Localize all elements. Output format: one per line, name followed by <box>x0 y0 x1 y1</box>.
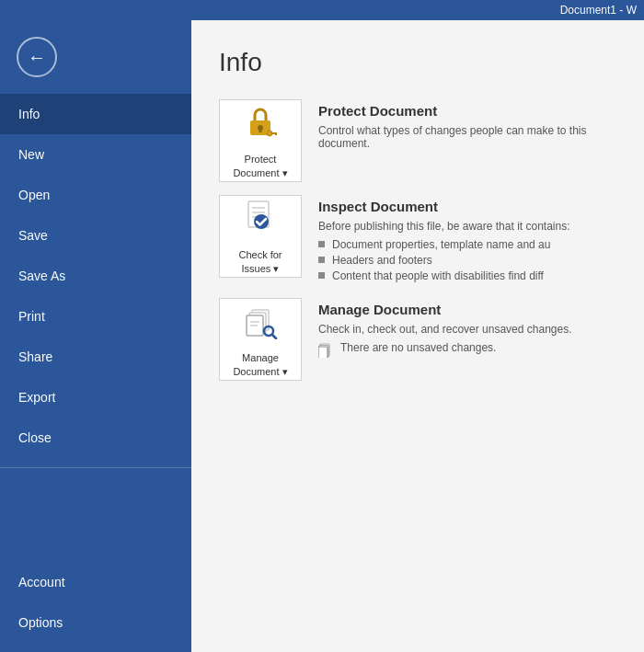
svg-rect-2 <box>259 129 262 132</box>
svg-line-17 <box>272 335 276 338</box>
protect-document-title: Protect Document <box>318 103 616 119</box>
sidebar-item-info[interactable]: Info <box>0 94 191 134</box>
bullet-icon <box>318 272 325 279</box>
manage-document-button[interactable]: ManageDocument ▾ <box>219 298 302 381</box>
lock-icon <box>241 102 280 149</box>
inspect-document-title: Inspect Document <box>318 199 570 214</box>
sidebar-item-print[interactable]: Print <box>0 296 191 337</box>
svg-rect-5 <box>275 132 277 135</box>
title-bar: Document1 - W <box>0 0 644 20</box>
bullet-item: Headers and footers <box>318 254 570 267</box>
bullet-item: Content that people with disabilities fi… <box>318 269 570 282</box>
sidebar-item-save-as[interactable]: Save As <box>0 256 191 296</box>
sidebar-item-save[interactable]: Save <box>0 215 191 256</box>
manage-document-note: There are no unsaved changes. <box>318 341 572 358</box>
manage-document-desc: Check in, check out, and recover unsaved… <box>318 323 572 336</box>
nav-items-bottom: Account Options <box>0 562 191 643</box>
nav-divider <box>0 467 191 468</box>
sidebar-item-share[interactable]: Share <box>0 337 191 377</box>
svg-rect-20 <box>318 347 328 358</box>
protect-document-card: ProtectDocument ▾ Protect Document Contr… <box>219 99 616 182</box>
check-for-issues-button[interactable]: Check forIssues ▾ <box>219 195 302 278</box>
inspect-document-text: Inspect Document Before publishing this … <box>302 195 570 285</box>
sidebar-item-close[interactable]: Close <box>0 418 191 458</box>
manage-document-card: ManageDocument ▾ Manage Document Check i… <box>219 298 616 381</box>
bullet-text: Document properties, template name and a… <box>332 238 550 251</box>
protect-document-desc: Control what types of changes people can… <box>318 124 616 150</box>
title-bar-text: Document1 - W <box>560 4 637 17</box>
bullet-text: Headers and footers <box>332 254 432 267</box>
manage-document-text: Manage Document Check in, check out, and… <box>302 298 572 381</box>
page-title: Info <box>219 48 616 77</box>
sidebar-item-account[interactable]: Account <box>0 562 191 602</box>
inspect-document-bullets: Document properties, template name and a… <box>318 238 570 282</box>
inspect-document-desc: Before publishing this file, be aware th… <box>318 220 570 233</box>
manage-document-label: ManageDocument ▾ <box>233 351 287 378</box>
protect-document-label: ProtectDocument ▾ <box>233 153 287 179</box>
protect-document-text: Protect Document Control what types of c… <box>302 99 616 182</box>
inspect-icon <box>241 198 280 245</box>
manage-note-text: There are no unsaved changes. <box>340 341 496 354</box>
app-container: ← Info New Open Save Save As Print Share… <box>0 20 644 652</box>
sidebar-item-options[interactable]: Options <box>0 602 191 643</box>
bullet-icon <box>318 257 325 263</box>
manage-document-title: Manage Document <box>318 302 572 317</box>
check-for-issues-label: Check forIssues ▾ <box>238 248 282 275</box>
sidebar: ← Info New Open Save Save As Print Share… <box>0 20 191 652</box>
back-button[interactable]: ← <box>17 37 57 77</box>
sidebar-item-new[interactable]: New <box>0 134 191 175</box>
protect-document-button[interactable]: ProtectDocument ▾ <box>219 99 302 182</box>
sidebar-item-open[interactable]: Open <box>0 175 191 215</box>
bullet-item: Document properties, template name and a… <box>318 238 570 251</box>
inspect-document-card: Check forIssues ▾ Inspect Document Befor… <box>219 195 616 285</box>
bullet-text: Content that people with disabilities fi… <box>332 269 544 282</box>
no-changes-icon <box>318 341 335 358</box>
main-content: Info <box>191 20 644 652</box>
manage-icon <box>241 301 280 348</box>
sidebar-item-export[interactable]: Export <box>0 377 191 418</box>
nav-items-top: Info New Open Save Save As Print Share E… <box>0 94 191 458</box>
bullet-icon <box>318 241 325 247</box>
